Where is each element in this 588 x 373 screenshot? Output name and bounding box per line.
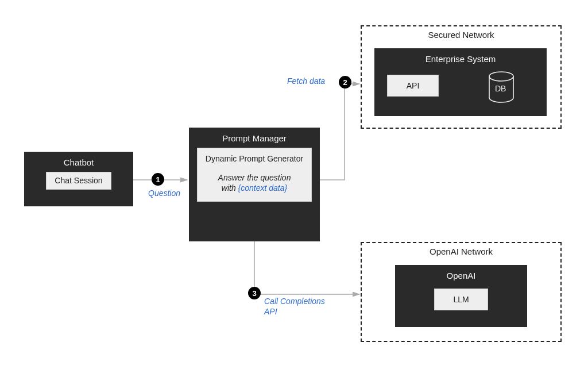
dynamic-prompt-generator-box: Dynamic Prompt Generator Answer the ques… <box>197 148 312 202</box>
llm-label: LLM <box>453 295 469 304</box>
dpg-line2-prefix: with <box>222 183 238 193</box>
diagram-stage: Chatbot Chat Session Prompt Manager Dyna… <box>0 0 588 373</box>
chat-session-box: Chat Session <box>46 172 111 190</box>
chat-session-label: Chat Session <box>55 176 102 185</box>
dpg-title: Dynamic Prompt Generator <box>203 154 305 164</box>
db-label: DB <box>495 84 506 93</box>
secured-network-title: Secured Network <box>362 26 560 40</box>
badge-2: 2 <box>339 76 351 89</box>
api-box: API <box>387 75 439 97</box>
prompt-manager-title: Prompt Manager <box>197 130 312 148</box>
openai-network-title: OpenAI Network <box>362 243 560 256</box>
openai-box: OpenAI LLM <box>395 265 527 327</box>
enterprise-system-title: Enterprise System <box>381 51 540 68</box>
badge-3: 3 <box>248 287 261 299</box>
svg-point-2 <box>489 72 513 81</box>
label-call-completions: Call Completions API <box>264 297 325 317</box>
label-question: Question <box>148 189 180 198</box>
label-fetch-data: Fetch data <box>287 76 325 86</box>
enterprise-system-box: Enterprise System API DB <box>374 48 547 116</box>
api-label: API <box>407 81 420 90</box>
badge-2-text: 2 <box>343 78 347 87</box>
llm-box: LLM <box>434 289 488 310</box>
badge-1: 1 <box>152 173 164 186</box>
chatbot-box: Chatbot Chat Session <box>24 152 133 206</box>
dpg-line1: Answer the question <box>203 172 305 183</box>
prompt-manager-box: Prompt Manager Dynamic Prompt Generator … <box>189 128 320 241</box>
dpg-line2-var: {context data} <box>238 183 288 193</box>
chatbot-title: Chatbot <box>30 154 127 172</box>
label-call-completions-l2: API <box>264 307 325 317</box>
openai-title: OpenAI <box>402 267 520 285</box>
secured-network-zone: Secured Network Enterprise System API DB <box>361 25 562 129</box>
badge-3-text: 3 <box>252 289 256 298</box>
openai-network-zone: OpenAI Network OpenAI LLM <box>361 242 562 342</box>
label-call-completions-l1: Call Completions <box>264 297 325 307</box>
badge-1-text: 1 <box>156 175 160 184</box>
dpg-line2: with {context data} <box>203 183 305 193</box>
